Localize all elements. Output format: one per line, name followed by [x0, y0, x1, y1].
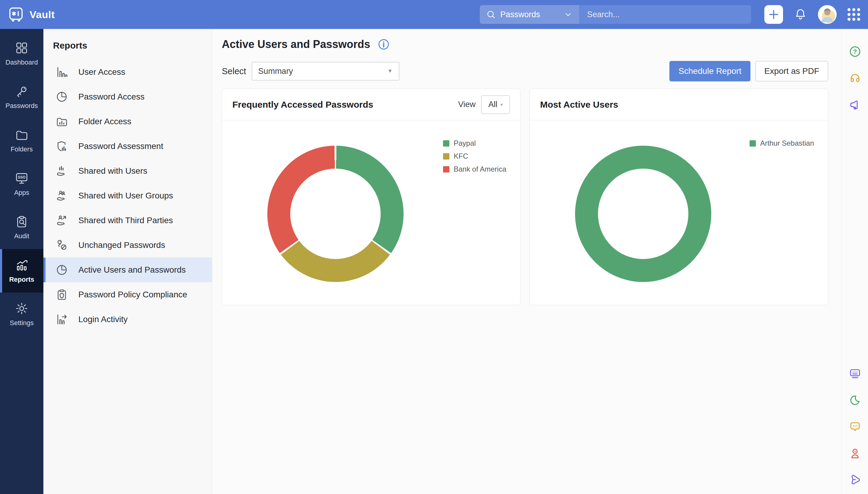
hand-third-party-icon — [56, 214, 68, 227]
report-menu-label: Active Users and Passwords — [78, 265, 186, 275]
guided-tour-icon[interactable] — [849, 474, 861, 486]
export-pdf-button[interactable]: Export as PDF — [755, 61, 828, 81]
report-menu-label: Shared with User Groups — [78, 191, 173, 201]
report-type-select[interactable]: Summary ▼ — [252, 62, 399, 80]
login-activity-icon — [56, 313, 68, 326]
report-menu-item-shared-with-user-groups[interactable]: Shared with User Groups — [43, 183, 212, 208]
report-menu-item-active-users-and-passwords[interactable]: Active Users and Passwords — [43, 258, 212, 282]
sidebar-item-label: Settings — [9, 319, 34, 327]
view-filter-dropdown[interactable]: All ▾ — [481, 95, 510, 114]
search-scope-dropdown[interactable]: Passwords — [480, 5, 579, 24]
sidebar-item-passwords[interactable]: Passwords — [0, 75, 43, 119]
report-menu-label: Password Policy Compliance — [78, 290, 187, 300]
passwords-donut-chart[interactable] — [267, 146, 403, 282]
shield-bars-icon — [56, 140, 68, 153]
avatar[interactable] — [818, 5, 837, 24]
dashboard-grid-icon — [15, 41, 28, 55]
right-utility-rail: ? — [842, 29, 868, 494]
report-menu-item-folder-access[interactable]: Folder Access — [43, 109, 212, 134]
sidebar-item-apps[interactable]: SSO Apps — [0, 162, 43, 206]
report-menu-item-shared-with-third-parties[interactable]: Shared with Third Parties — [43, 208, 212, 233]
sidebar-item-reports[interactable]: Reports — [0, 249, 43, 292]
global-search: Passwords — [480, 5, 751, 24]
sidebar-item-audit[interactable]: Audit — [0, 206, 43, 249]
schedule-report-button[interactable]: Schedule Report — [669, 61, 750, 81]
report-menu-item-password-access[interactable]: Password Access — [43, 84, 212, 109]
gear-icon — [15, 302, 28, 316]
chart-legend: Paypal KFC Bank of America — [443, 139, 506, 173]
legend-swatch — [443, 166, 449, 172]
report-menu-item-login-activity[interactable]: Login Activity — [43, 307, 212, 332]
vault-logo-icon — [8, 6, 24, 23]
report-menu-label: Password Access — [78, 92, 144, 102]
view-filter-value: All — [488, 100, 497, 109]
report-menu-item-user-access[interactable]: User Access — [43, 60, 212, 84]
legend-item[interactable]: Arthur Sebastian — [750, 139, 814, 148]
feedback-chat-icon[interactable] — [849, 420, 861, 433]
legend-label: Bank of America — [454, 165, 506, 173]
search-scope-label: Passwords — [500, 10, 540, 19]
page-title: Active Users and Passwords — [222, 38, 370, 51]
frequently-accessed-passwords-card: Frequently Accessed Passwords View All ▾… — [222, 89, 520, 305]
key-slash-icon — [56, 239, 68, 251]
report-menu-label: User Access — [78, 67, 125, 77]
users-donut-chart[interactable] — [575, 146, 711, 282]
view-label: View — [458, 100, 476, 109]
legend-label: KFC — [454, 152, 468, 160]
support-headset-icon[interactable] — [849, 72, 861, 84]
left-nav-rail: Dashboard Passwords Folders SSO Apps Aud… — [0, 29, 43, 494]
chart-legend: Arthur Sebastian — [750, 139, 814, 148]
chevron-down-icon — [563, 10, 573, 20]
legend-item[interactable]: Bank of America — [443, 165, 506, 173]
notifications-bell-icon[interactable] — [794, 8, 807, 21]
report-menu-item-shared-with-users[interactable]: Shared with Users — [43, 159, 212, 183]
report-menu-label: Shared with Third Parties — [78, 216, 173, 225]
reports-menu-list: User Access Password Access Folder Acces… — [43, 60, 212, 332]
sidebar-item-label: Folders — [11, 145, 33, 153]
folder-icon — [15, 128, 28, 142]
keyboard-shortcuts-icon[interactable] — [849, 367, 861, 380]
app-title: Vault — [29, 9, 55, 20]
night-mode-icon[interactable] — [849, 394, 861, 406]
clipboard-shield-icon — [56, 288, 68, 301]
view-caret-icon: ▾ — [500, 102, 503, 107]
report-type-value: Summary — [258, 66, 293, 76]
sidebar-item-label: Apps — [14, 189, 29, 197]
sidebar-item-label: Dashboard — [5, 58, 38, 66]
topbar-actions — [764, 5, 860, 24]
card-title: Most Active Users — [540, 99, 618, 110]
user-location-icon[interactable] — [849, 447, 861, 460]
sidebar-item-folders[interactable]: Folders — [0, 119, 43, 162]
report-menu-label: Unchanged Passwords — [78, 240, 165, 250]
report-menu-label: Password Assessment — [78, 141, 163, 151]
report-menu-item-password-assessment[interactable]: Password Assessment — [43, 134, 212, 159]
search-input[interactable] — [579, 5, 751, 24]
sidebar-item-label: Reports — [9, 276, 34, 284]
apps-grid-icon[interactable] — [848, 8, 860, 21]
reports-panel: Reports User Access Password Access Fold… — [43, 29, 212, 494]
brand[interactable]: Vault — [8, 6, 55, 23]
add-button[interactable] — [764, 5, 783, 24]
pie-chart-icon — [56, 91, 68, 103]
legend-item[interactable]: Paypal — [443, 139, 506, 148]
announcements-icon[interactable] — [849, 98, 861, 111]
help-icon[interactable]: ? — [849, 45, 861, 58]
search-icon — [486, 10, 496, 20]
hand-bars-icon — [56, 165, 68, 177]
report-menu-label: Shared with Users — [78, 166, 147, 176]
key-icon — [15, 84, 28, 98]
svg-text:SSO: SSO — [18, 175, 25, 179]
select-caret-icon: ▼ — [388, 68, 393, 74]
sso-monitor-icon: SSO — [15, 171, 28, 185]
report-menu-item-password-policy-compliance[interactable]: Password Policy Compliance — [43, 282, 212, 307]
pie-chart-icon — [56, 264, 68, 276]
info-icon[interactable] — [377, 38, 390, 51]
legend-label: Arthur Sebastian — [760, 139, 814, 148]
bar-chart-frame-icon — [56, 66, 68, 78]
report-menu-label: Login Activity — [78, 315, 127, 324]
most-active-users-card: Most Active Users Arthur Sebastian — [530, 89, 828, 305]
sidebar-item-settings[interactable]: Settings — [0, 292, 43, 336]
legend-item[interactable]: KFC — [443, 152, 506, 160]
sidebar-item-dashboard[interactable]: Dashboard — [0, 32, 43, 75]
report-menu-item-unchanged-passwords[interactable]: Unchanged Passwords — [43, 233, 212, 258]
